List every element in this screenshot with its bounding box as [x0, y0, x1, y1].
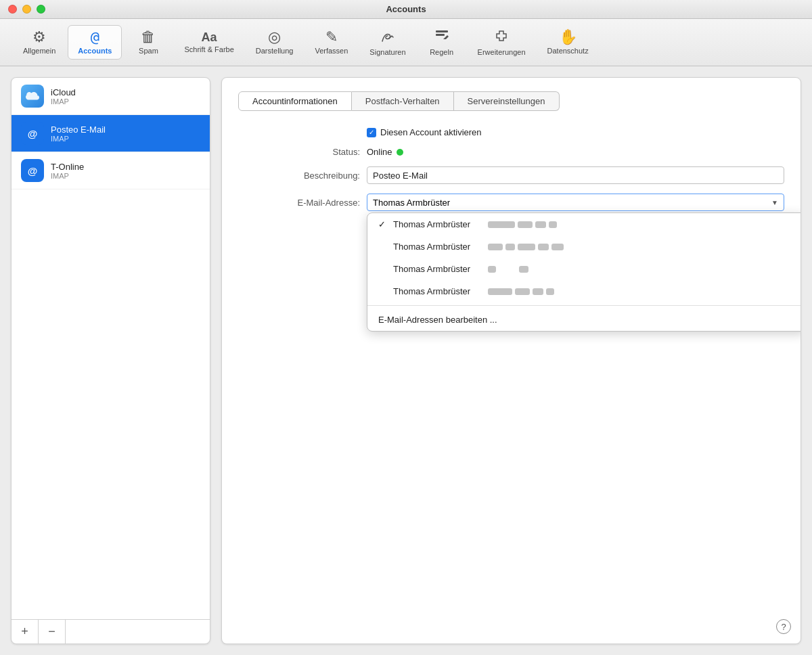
privacy-icon: ✋ — [559, 30, 577, 45]
toolbar-darstellung-label: Darstellung — [256, 47, 294, 55]
svg-rect-1 — [436, 34, 445, 36]
window-controls[interactable] — [8, 5, 45, 14]
signature-icon — [380, 29, 396, 46]
blurred-email-1b — [518, 221, 533, 228]
email-label: E-Mail-Adresse: — [238, 198, 360, 208]
svg-rect-0 — [436, 30, 448, 32]
dropdown-arrow-icon: ▼ — [771, 199, 778, 206]
blurred-email-4b — [515, 288, 530, 295]
status-text: Online — [367, 147, 392, 157]
blurred-email-1d — [549, 221, 557, 228]
dropdown-edit-item[interactable]: E-Mail-Adressen bearbeiten ... — [367, 309, 801, 331]
item-3-name: Thomas Armbrüster — [393, 264, 488, 274]
toolbar-schrift[interactable]: Aa Schrift & Farbe — [175, 27, 243, 58]
toolbar-verfassen[interactable]: ✎ Verfassen — [305, 26, 357, 59]
blurred-email-4d — [546, 288, 554, 295]
toolbar-erweiterungen-label: Erweiterungen — [478, 48, 526, 56]
fullscreen-button[interactable] — [37, 5, 45, 14]
tonline-info: T-Online IMAP — [51, 162, 84, 180]
activate-checkbox[interactable]: ✓ — [367, 128, 376, 137]
icloud-type: IMAP — [51, 97, 76, 106]
blurred-email-4c — [533, 288, 543, 295]
tab-postfach[interactable]: Postfach-Verhalten — [352, 91, 454, 111]
status-label: Status: — [238, 147, 360, 157]
toolbar-datenschutz-label: Datenschutz — [547, 47, 589, 55]
compose-icon: ✎ — [325, 30, 338, 45]
toolbar-allgemein[interactable]: ⚙ Allgemein — [14, 26, 65, 59]
help-button[interactable]: ? — [776, 619, 791, 634]
description-row: Beschreibung: — [238, 166, 784, 184]
toolbar-accounts[interactable]: @ Accounts — [68, 25, 122, 60]
toolbar-allgemein-label: Allgemein — [23, 47, 55, 55]
minimize-button[interactable] — [22, 5, 31, 14]
activate-label: Diesen Account aktivieren — [380, 127, 482, 137]
toolbar-darstellung[interactable]: ◎ Darstellung — [246, 26, 303, 59]
remove-account-button[interactable]: − — [39, 620, 66, 643]
toolbar-datenschutz[interactable]: ✋ Datenschutz — [538, 26, 598, 59]
font-icon: Aa — [202, 31, 217, 43]
account-icloud[interactable]: iCloud IMAP — [12, 78, 210, 115]
item-2-email — [488, 244, 564, 250]
toolbar-spam-label: Spam — [139, 47, 158, 55]
blurred-email-1c — [535, 221, 546, 228]
gear-icon: ⚙ — [32, 30, 46, 45]
dropdown-divider — [367, 305, 801, 306]
at-icon: @ — [91, 30, 99, 45]
spam-icon: 🗑 — [141, 30, 156, 45]
email-dropdown-menu: ✓ Thomas Armbrüster Thomas Armbrüster — [367, 212, 801, 332]
tab-server[interactable]: Servereinstellungen — [454, 91, 560, 111]
add-account-button[interactable]: + — [12, 620, 39, 643]
item-4-email — [488, 288, 554, 295]
close-button[interactable] — [8, 5, 17, 14]
toolbar-erweiterungen[interactable]: Erweiterungen — [468, 24, 535, 60]
account-list: iCloud IMAP @ Posteo E-Mail IMAP @ T-Onl… — [12, 78, 210, 619]
toolbar-spam[interactable]: 🗑 Spam — [125, 26, 172, 59]
posteo-name: Posteo E-Mail — [51, 125, 106, 135]
item-1-name: Thomas Armbrüster — [393, 219, 488, 229]
toolbar-schrift-label: Schrift & Farbe — [184, 45, 233, 53]
description-label: Beschreibung: — [238, 171, 360, 181]
view-icon: ◎ — [268, 30, 281, 45]
checkmark-icon: ✓ — [378, 219, 389, 229]
dropdown-selected-name: Thomas Armbrüster — [373, 198, 450, 208]
description-input[interactable] — [367, 166, 784, 184]
toolbar-signaturen[interactable]: Signaturen — [360, 25, 415, 60]
dropdown-item-1[interactable]: ✓ Thomas Armbrüster — [367, 213, 801, 235]
item-1-email — [488, 221, 557, 228]
email-dropdown[interactable]: Thomas Armbrüster ▼ — [367, 194, 784, 211]
account-tonline[interactable]: @ T-Online IMAP — [12, 152, 210, 189]
toolbar-regeln-label: Regeln — [430, 48, 453, 56]
item-4-name: Thomas Armbrüster — [393, 286, 488, 296]
item-2-name: Thomas Armbrüster — [393, 242, 488, 252]
blurred-email-4a — [488, 288, 512, 295]
toolbar: ⚙ Allgemein @ Accounts 🗑 Spam Aa Schrift… — [0, 19, 812, 66]
dropdown-item-4[interactable]: Thomas Armbrüster — [367, 280, 801, 302]
rules-icon — [434, 28, 450, 46]
blurred-email-1a — [488, 221, 515, 228]
toolbar-signaturen-label: Signaturen — [369, 48, 405, 56]
status-row: Status: Online — [238, 147, 784, 157]
toolbar-regeln[interactable]: Regeln — [418, 24, 466, 60]
tonline-icon: @ — [21, 159, 44, 182]
blurred-email-3b — [519, 266, 528, 273]
email-row: E-Mail-Adresse: Thomas Armbrüster ▼ ✓ Th… — [238, 194, 784, 211]
blurred-email-2a — [488, 244, 503, 250]
status-indicator — [397, 149, 403, 156]
icloud-info: iCloud IMAP — [51, 87, 76, 106]
blurred-email-3a — [488, 266, 496, 273]
dropdown-item-2[interactable]: Thomas Armbrüster — [367, 235, 801, 258]
blurred-email-2b — [505, 244, 515, 250]
status-value: Online — [367, 147, 403, 157]
extensions-icon — [493, 28, 510, 46]
tonline-type: IMAP — [51, 172, 84, 180]
posteo-type: IMAP — [51, 135, 106, 143]
activate-row: ✓ Diesen Account aktivieren — [367, 127, 784, 137]
tab-accountinfo[interactable]: Accountinformationen — [238, 91, 352, 111]
toolbar-accounts-label: Accounts — [78, 47, 112, 55]
account-posteo[interactable]: @ Posteo E-Mail IMAP — [12, 115, 210, 152]
dropdown-item-3[interactable]: Thomas Armbrüster — [367, 258, 801, 280]
item-3-email — [488, 266, 528, 273]
window-title: Accounts — [386, 4, 426, 14]
content-area: Accountinformationen Postfach-Verhalten … — [221, 77, 801, 644]
blurred-email-2c — [518, 244, 535, 250]
